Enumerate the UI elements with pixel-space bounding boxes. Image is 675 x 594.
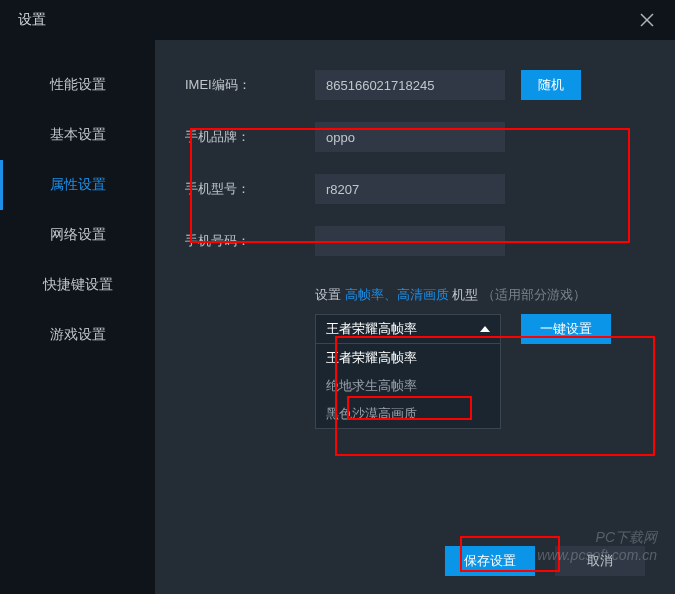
- dropdown-area: 王者荣耀高帧率 王者荣耀高帧率 绝地求生高帧率 黑色沙漠高画质 一键设置: [315, 314, 655, 429]
- config-hint: （适用部分游戏）: [482, 287, 586, 302]
- save-button[interactable]: 保存设置: [445, 546, 535, 576]
- label-phone: 手机号码：: [185, 232, 315, 250]
- footer: 保存设置 取消: [445, 546, 645, 576]
- label-imei: IMEI编码：: [185, 76, 315, 94]
- sidebar-item-label: 网络设置: [50, 226, 106, 244]
- sidebar-item-performance[interactable]: 性能设置: [0, 60, 155, 110]
- model-input[interactable]: [315, 174, 505, 204]
- dropdown-selected-label: 王者荣耀高帧率: [326, 320, 417, 338]
- imei-input[interactable]: [315, 70, 505, 100]
- sidebar-item-network[interactable]: 网络设置: [0, 210, 155, 260]
- dropdown-list: 王者荣耀高帧率 绝地求生高帧率 黑色沙漠高画质: [315, 344, 501, 429]
- row-model: 手机型号：: [185, 174, 655, 204]
- random-button[interactable]: 随机: [521, 70, 581, 100]
- window-title: 设置: [18, 11, 46, 29]
- dropdown-option[interactable]: 绝地求生高帧率: [316, 372, 500, 400]
- titlebar: 设置: [0, 0, 675, 40]
- config-suffix: 机型: [452, 287, 478, 302]
- label-brand: 手机品牌：: [185, 128, 315, 146]
- sidebar-item-attributes[interactable]: 属性设置: [0, 160, 155, 210]
- sidebar: 性能设置 基本设置 属性设置 网络设置 快捷键设置 游戏设置: [0, 40, 155, 594]
- row-imei: IMEI编码： 随机: [185, 70, 655, 100]
- dropdown-selected[interactable]: 王者荣耀高帧率: [315, 314, 501, 344]
- sidebar-item-label: 属性设置: [50, 176, 106, 194]
- one-key-button[interactable]: 一键设置: [521, 314, 611, 344]
- dropdown-option[interactable]: 黑色沙漠高画质: [316, 400, 500, 428]
- brand-input[interactable]: [315, 122, 505, 152]
- config-line: 设置 高帧率、高清画质 机型 （适用部分游戏）: [315, 286, 655, 304]
- row-brand: 手机品牌：: [185, 122, 655, 152]
- sidebar-item-label: 游戏设置: [50, 326, 106, 344]
- phone-input[interactable]: [315, 226, 505, 256]
- close-icon[interactable]: [637, 10, 657, 30]
- game-mode-dropdown[interactable]: 王者荣耀高帧率 王者荣耀高帧率 绝地求生高帧率 黑色沙漠高画质: [315, 314, 501, 429]
- sidebar-item-label: 性能设置: [50, 76, 106, 94]
- main: 性能设置 基本设置 属性设置 网络设置 快捷键设置 游戏设置 IMEI编码： 随…: [0, 40, 675, 594]
- chevron-up-icon: [480, 326, 490, 332]
- dropdown-option[interactable]: 王者荣耀高帧率: [316, 344, 500, 372]
- sidebar-item-label: 基本设置: [50, 126, 106, 144]
- sidebar-item-shortcut[interactable]: 快捷键设置: [0, 260, 155, 310]
- config-prefix: 设置: [315, 287, 341, 302]
- content: IMEI编码： 随机 手机品牌： 手机型号： 手机号码： 设置 高帧率、高清画质…: [155, 40, 675, 594]
- sidebar-item-label: 快捷键设置: [43, 276, 113, 294]
- sidebar-item-basic[interactable]: 基本设置: [0, 110, 155, 160]
- label-model: 手机型号：: [185, 180, 315, 198]
- cancel-button[interactable]: 取消: [555, 546, 645, 576]
- config-link[interactable]: 高帧率、高清画质: [345, 287, 449, 302]
- sidebar-item-game[interactable]: 游戏设置: [0, 310, 155, 360]
- row-phone: 手机号码：: [185, 226, 655, 256]
